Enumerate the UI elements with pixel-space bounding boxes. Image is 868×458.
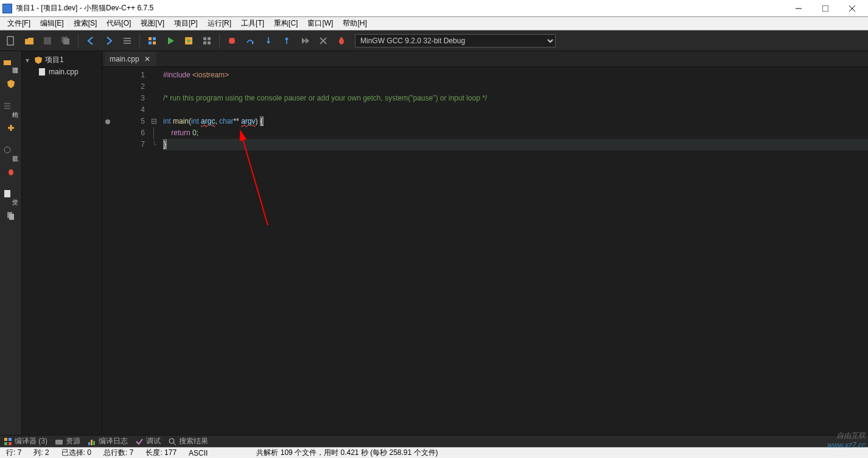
menu-item[interactable]: 重构[C]	[269, 17, 303, 30]
file-tab[interactable]: main.cpp ✕	[105, 52, 156, 66]
svg-rect-43	[9, 438, 12, 441]
menubar: 文件[F]编辑[E]搜索[S]代码[O]视图[V]项目[P]运行[R]工具[T]…	[0, 17, 868, 30]
tab-label: main.cpp	[110, 55, 139, 63]
file-name: main.cpp	[49, 68, 79, 76]
svg-line-51	[173, 443, 176, 445]
new-file-button[interactable]	[2, 32, 19, 49]
svg-rect-12	[153, 37, 156, 40]
check-icon	[135, 437, 144, 446]
log-panel-button[interactable]: 编译日志	[88, 436, 128, 446]
fold-toggle[interactable]: ⊟	[150, 116, 158, 127]
menu-item[interactable]: 项目[P]	[169, 17, 203, 30]
svg-rect-47	[88, 442, 90, 445]
compiler-panel-button[interactable]: 编译器 (3)	[4, 436, 47, 446]
run-button[interactable]	[162, 32, 179, 49]
svg-rect-37	[4, 190, 10, 197]
svg-rect-17	[208, 37, 211, 40]
menu-item[interactable]: 代码[O]	[102, 17, 136, 30]
tab-close-button[interactable]: ✕	[143, 55, 152, 63]
project-sidebar: ▾ 项目1 main.cpp	[22, 51, 102, 435]
rebuild-button[interactable]	[198, 32, 215, 49]
editor-tabs: main.cpp ✕	[102, 51, 868, 67]
svg-rect-16	[203, 37, 206, 40]
compiler-select[interactable]: MinGW GCC 9.2.0 32-bit Debug	[355, 34, 556, 48]
step-over-button[interactable]	[242, 32, 259, 49]
leftbar-folder[interactable]: 项目管理	[2, 54, 19, 71]
separator	[78, 34, 79, 48]
leftbar-debug[interactable]	[2, 163, 19, 180]
separator	[139, 34, 140, 48]
back-button[interactable]	[82, 32, 99, 49]
svg-rect-7	[63, 38, 69, 44]
folder-icon	[55, 437, 63, 446]
save-all-button[interactable]	[57, 32, 74, 49]
status-col: 列: 2	[31, 448, 51, 458]
step-into-button[interactable]	[260, 32, 277, 49]
stop-button[interactable]	[315, 32, 332, 49]
results-panel-button[interactable]: 搜索结果	[168, 436, 208, 446]
open-button[interactable]	[21, 32, 38, 49]
menu-item[interactable]: 视图[V]	[136, 17, 169, 30]
minimize-button[interactable]	[785, 0, 812, 17]
menu-item[interactable]: 搜索[S]	[69, 17, 102, 30]
svg-rect-5	[44, 37, 51, 44]
breakpoint-marker[interactable]	[102, 116, 113, 127]
maximize-button[interactable]	[812, 0, 839, 17]
code-area[interactable]: 1234567 ⊟ └ #include <iostream>/* run th…	[102, 67, 868, 435]
menu-item[interactable]: 文件[F]	[2, 17, 35, 30]
menu-item[interactable]: 编辑[E]	[35, 17, 69, 30]
project-file[interactable]: main.cpp	[23, 66, 100, 77]
bottom-panel-bar: 编译器 (3) 资源 编译日志 调试 搜索结果	[0, 435, 868, 447]
fold-column[interactable]: ⊟ └	[150, 67, 158, 435]
svg-rect-42	[4, 438, 7, 441]
project-root[interactable]: ▾ 项目1	[23, 54, 100, 66]
menu-item[interactable]: 窗口[W]	[303, 17, 338, 30]
file-icon	[38, 68, 46, 76]
indent-button[interactable]	[119, 32, 136, 49]
menu-item[interactable]: 帮助[H]	[338, 17, 371, 30]
grid-icon	[4, 437, 12, 446]
leftbar-shield[interactable]	[2, 76, 19, 93]
save-button[interactable]	[39, 32, 56, 49]
leftbar-copy[interactable]	[2, 207, 19, 224]
svg-rect-14	[153, 41, 156, 44]
compile-run-button[interactable]	[180, 32, 197, 49]
close-button[interactable]	[839, 0, 866, 17]
svg-point-41	[105, 119, 110, 124]
leftbar-plus[interactable]	[2, 119, 19, 136]
status-total: 总行数: 7	[101, 448, 136, 458]
status-enc: ASCII	[186, 449, 210, 457]
svg-rect-13	[149, 41, 152, 44]
status-parse: 共解析 109 个文件，用时 0.421 秒 (每秒 258.91 个文件)	[254, 448, 440, 458]
svg-rect-1	[822, 5, 828, 12]
step-out-button[interactable]	[278, 32, 295, 49]
titlebar: 项目1 - [项目1.dev] - 小熊猫Dev-C++ 6.7.5	[0, 0, 868, 17]
menu-item[interactable]: 运行[R]	[203, 17, 236, 30]
code-text[interactable]: #include <iostream>/* run this program u…	[158, 67, 868, 435]
status-row: 行: 7	[4, 448, 24, 458]
menu-item[interactable]: 工具[T]	[236, 17, 269, 30]
grid-button[interactable]	[144, 32, 161, 49]
main-area: 项目管理结构监视文件 ▾ 项目1 main.cpp main.cpp ✕ 123…	[0, 51, 868, 435]
leftbar-file[interactable]: 文件	[2, 185, 19, 202]
svg-rect-48	[91, 440, 93, 445]
debug-button[interactable]	[223, 32, 240, 49]
window-title: 项目1 - [项目1.dev] - 小熊猫Dev-C++ 6.7.5	[16, 3, 153, 13]
debug-panel-button[interactable]: 调试	[135, 436, 161, 446]
svg-rect-45	[9, 442, 12, 445]
svg-rect-46	[55, 440, 63, 445]
svg-rect-39	[9, 214, 14, 220]
leftbar-struct[interactable]: 结构	[2, 97, 19, 114]
breakpoint-column[interactable]	[102, 67, 113, 435]
chart-icon	[88, 437, 96, 446]
svg-rect-19	[208, 41, 211, 44]
line-number-gutter: 1234567	[113, 67, 150, 435]
leftbar-watch[interactable]: 监视	[2, 141, 19, 158]
forward-button[interactable]	[100, 32, 117, 49]
resource-panel-button[interactable]: 资源	[55, 436, 80, 446]
continue-button[interactable]	[296, 32, 313, 49]
statusbar: 行: 7 列: 2 已选择: 0 总行数: 7 长度: 177 ASCII 共解…	[0, 447, 868, 458]
search-icon	[168, 437, 177, 446]
bug-button[interactable]	[333, 32, 350, 49]
svg-rect-4	[7, 37, 13, 45]
